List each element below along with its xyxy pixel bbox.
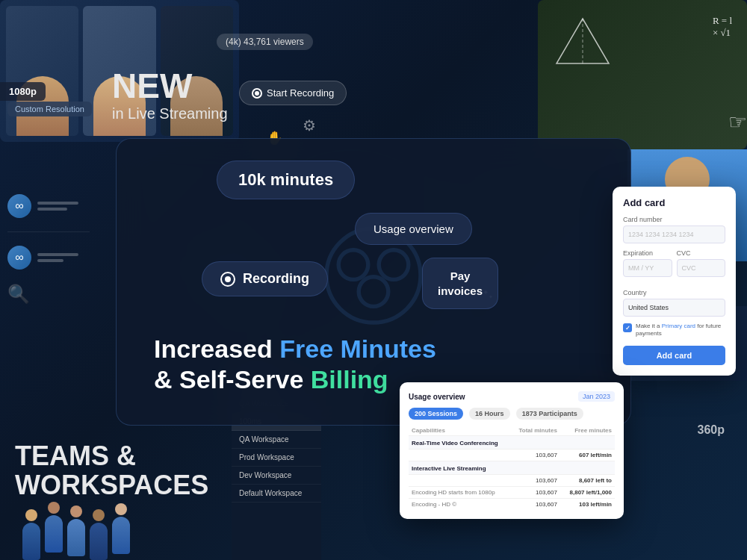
add-card-panel: Add card Card number 1234 1234 1234 1234… <box>613 187 736 376</box>
gear-settings-icon[interactable]: ⚙ <box>303 116 316 134</box>
recording-dot-inner <box>225 276 231 282</box>
table-row-rtvc-1: 103,607 607 left/min <box>409 449 615 461</box>
pay-invoices-badge[interactable]: Pay invoices <box>422 258 498 309</box>
cvc-field: CVC CVC <box>677 249 726 283</box>
blackboard-formula: R = l× √1 <box>713 15 732 39</box>
cvc-label: CVC <box>677 249 726 257</box>
left-avatar-panel: ∞ ∞ <box>0 187 97 366</box>
resolution-360p-2: 360p <box>698 423 725 437</box>
svg-point-9 <box>359 276 388 306</box>
cvc-input[interactable]: CVC <box>677 259 726 277</box>
usage-mini-panel: Usage overview Jan 2023 200 Sessions 16 … <box>400 382 624 519</box>
usage-mini-title: Usage overview <box>409 393 465 401</box>
usage-stats-row: 200 Sessions 16 Hours 1873 Participants <box>409 408 615 420</box>
section-ils-label: Interactive Live Streaming <box>409 461 615 475</box>
primary-card-label: Make it a Primary card for future paymen… <box>636 323 725 338</box>
expiry-cvc-row: Expiration MM / YY CVC CVC <box>623 249 725 283</box>
usage-table: Capabilities Total minutes Free minutes … <box>409 426 615 510</box>
headline-billing: Billing <box>311 365 388 393</box>
person-figure-1 <box>22 523 40 560</box>
bg-panel-blackboard: R = l× √1 ☞ <box>538 0 747 149</box>
recording-icon <box>220 272 235 287</box>
workspace-item-4[interactable]: Dev Workspace <box>232 467 321 485</box>
svg-point-7 <box>338 249 368 279</box>
celebration-illustration <box>22 515 130 560</box>
col-free: Free minutes <box>560 426 615 436</box>
recording-badge[interactable]: Recording <box>202 261 328 296</box>
start-recording-button[interactable]: Start Recording <box>239 81 347 105</box>
section-header-ils: Interactive Live Streaming <box>409 461 615 475</box>
headline-line2-static: & Self-Serve <box>154 365 311 393</box>
expiration-label: Expiration <box>623 249 672 257</box>
primary-card-checkbox-row: ✓ Make it a Primary card for future paym… <box>623 323 725 338</box>
viewer-count-badge: (4k) 43,761 viewers <box>217 34 313 50</box>
table-row-ils-3: Encoding - HD © 103,607 103 left/min <box>409 499 615 511</box>
expiration-field: Expiration MM / YY <box>623 249 672 283</box>
new-live-streaming-text: NEW in Live Streaming <box>112 67 228 122</box>
avatar-icon-1: ∞ <box>7 194 31 218</box>
add-card-button[interactable]: Add card <box>623 346 725 365</box>
usage-mini-header: Usage overview Jan 2023 <box>409 391 615 402</box>
section-rtvc-label: Real-Time Video Conferencing <box>409 436 615 449</box>
usage-overview-badge[interactable]: Usage overview <box>355 213 472 245</box>
resolution-1080p-badge: 1080p <box>0 82 46 101</box>
custom-resolution-badge[interactable]: Custom Resolution <box>7 102 92 116</box>
teams-workspaces-text: TEAMS &WORKSPACES <box>15 441 208 500</box>
pointing-hand-icon: ☞ <box>728 110 747 134</box>
avatar-row-2: ∞ <box>0 238 97 277</box>
col-capabilities: Capabilities <box>409 426 510 436</box>
card-number-input[interactable]: 1234 1234 1234 1234 <box>623 225 725 243</box>
hours-badge: 16 Hours <box>469 408 510 420</box>
workspace-item-5[interactable]: Default Workspace <box>232 485 321 503</box>
avatar-icon-2: ∞ <box>7 246 31 270</box>
section-header-rtvc: Real-Time Video Conferencing <box>409 436 615 449</box>
headline-free-minutes: Free Minutes <box>279 335 436 363</box>
avatar-info-lines-2 <box>37 253 78 262</box>
workspace-item-2[interactable]: QA Workspace <box>232 431 321 449</box>
person-figure-2 <box>45 515 63 553</box>
table-row-ils-2: Encoding HD starts from 1080p 103,607 8,… <box>409 487 615 499</box>
avatar-info-lines-1 <box>37 202 78 211</box>
table-row-ils-1: 103,607 8,607 left to <box>409 475 615 487</box>
workspace-item-3[interactable]: Prod Workspace <box>232 449 321 467</box>
sessions-badge: 200 Sessions <box>409 408 463 420</box>
usage-date-badge: Jan 2023 <box>578 391 615 402</box>
expiration-input[interactable]: MM / YY <box>623 259 672 277</box>
blackboard-triangle-svg <box>553 15 613 67</box>
primary-card-checkbox[interactable]: ✓ <box>623 323 632 332</box>
participants-badge: 1873 Participants <box>516 408 583 420</box>
avatar-row-1: ∞ <box>0 187 97 225</box>
record-circle-icon <box>252 88 262 99</box>
person-figure-3 <box>67 519 85 556</box>
svg-point-8 <box>379 249 409 279</box>
country-input[interactable]: United States <box>623 299 725 317</box>
card-number-label: Card number <box>623 216 725 223</box>
col-total: Total minutes <box>510 426 560 436</box>
country-label: Country <box>623 289 725 296</box>
minutes-badge: 10k minutes <box>217 161 355 199</box>
headline-line1-static: Increased <box>154 335 279 363</box>
person-figure-4 <box>90 523 108 560</box>
search-icon[interactable]: 🔍 <box>7 284 30 305</box>
person-figure-5 <box>112 517 130 554</box>
add-card-title: Add card <box>623 197 725 208</box>
